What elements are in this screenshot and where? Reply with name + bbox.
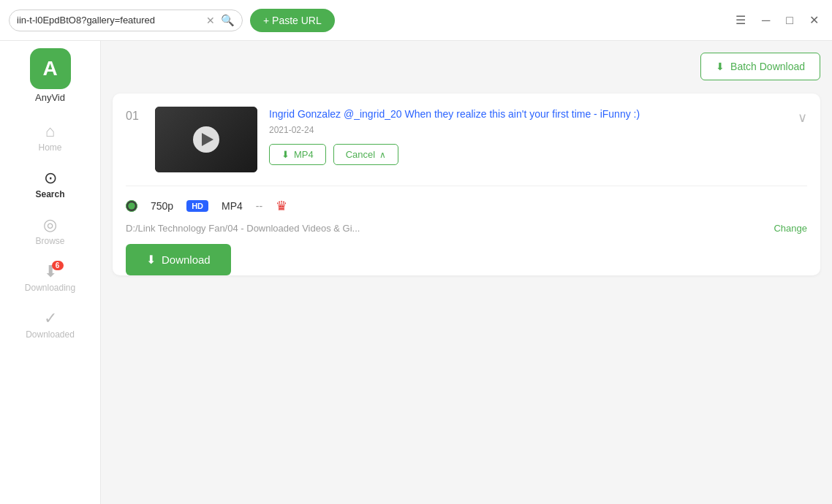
download-path: D:/Link Technology Fan/04 - Downloaded V… (126, 223, 766, 234)
sidebar-label-downloading: Downloading (25, 283, 75, 293)
download-small-icon: ⬇ (281, 149, 290, 160)
main-content: ⬇ Batch Download 01 Ingrid Gonzalez @_in… (101, 41, 832, 504)
menu-button[interactable]: ☰ (731, 10, 750, 30)
expand-icon[interactable]: ∨ (798, 107, 807, 126)
video-actions: ⬇ MP4 Cancel ∧ (269, 144, 786, 165)
sidebar-label-browse: Browse (35, 236, 64, 246)
download-button[interactable]: ⬇ Download (126, 244, 231, 275)
logo-letter: A (42, 57, 57, 80)
search-icon: 🔍 (221, 14, 235, 27)
path-row: D:/Link Technology Fan/04 - Downloaded V… (126, 223, 807, 234)
batch-download-icon: ⬇ (716, 61, 725, 72)
maximize-button[interactable]: □ (782, 11, 798, 30)
duration-label: -- (256, 200, 262, 212)
crown-icon: ♛ (276, 198, 287, 214)
minimize-button[interactable]: ─ (757, 11, 774, 30)
format-label: MP4 (222, 200, 243, 212)
sidebar-item-downloaded[interactable]: ✓ Downloaded (0, 303, 100, 347)
video-thumbnail[interactable] (155, 107, 257, 172)
url-clear-button[interactable]: ✕ (205, 15, 216, 26)
sidebar-item-home[interactable]: ⌂ Home (0, 116, 100, 160)
paste-url-button[interactable]: + Paste URL (250, 9, 335, 32)
url-input-wrap: ✕ 🔍 (9, 9, 243, 31)
title-bar: ✕ 🔍 + Paste URL ☰ ─ □ ✕ (0, 0, 832, 41)
hd-badge: HD (186, 200, 208, 212)
url-input[interactable] (17, 15, 200, 26)
search-nav-icon: ⊙ (44, 170, 57, 186)
browse-icon: ◎ (43, 217, 57, 233)
chevron-up-icon: ∧ (379, 150, 386, 160)
sidebar-label-search: Search (35, 189, 64, 199)
sidebar-label-downloaded: Downloaded (26, 329, 75, 340)
sidebar-label-home: Home (38, 142, 61, 153)
downloading-badge: 6 (52, 261, 64, 270)
sidebar-item-search[interactable]: ⊙ Search (0, 163, 100, 207)
app-body: A AnyVid ⌂ Home ⊙ Search ◎ Browse 6 ⬇ Do… (0, 41, 832, 504)
video-title[interactable]: Ingrid Gonzalez @_ingrid_20 When they re… (269, 107, 786, 122)
close-button[interactable]: ✕ (805, 10, 823, 30)
cancel-label: Cancel (346, 149, 375, 160)
video-info: Ingrid Gonzalez @_ingrid_20 When they re… (269, 107, 786, 165)
app-logo: A (30, 48, 71, 89)
options-row: 750p HD MP4 -- ♛ (126, 198, 807, 214)
cancel-button[interactable]: Cancel ∧ (333, 144, 398, 165)
home-icon: ⌂ (45, 123, 55, 140)
sidebar-item-downloading[interactable]: 6 ⬇ Downloading (0, 256, 100, 300)
mp4-label: MP4 (294, 149, 314, 160)
video-date: 2021-02-24 (269, 125, 786, 135)
quality-label: 750p (151, 200, 173, 212)
video-header: 01 Ingrid Gonzalez @_ingrid_20 When they… (126, 107, 807, 183)
download-options: 750p HD MP4 -- ♛ D:/Link Technology Fan/… (126, 186, 807, 275)
sidebar-item-browse[interactable]: ◎ Browse (0, 210, 100, 253)
window-controls: ☰ ─ □ ✕ (731, 10, 823, 30)
app-name: AnyVid (35, 92, 65, 103)
downloaded-icon: ✓ (44, 310, 57, 327)
batch-download-button[interactable]: ⬇ Batch Download (700, 53, 820, 80)
batch-download-label: Batch Download (730, 61, 805, 72)
quality-radio[interactable] (126, 200, 137, 212)
paste-url-label: + Paste URL (263, 15, 322, 26)
mp4-button[interactable]: ⬇ MP4 (269, 144, 326, 165)
sidebar: A AnyVid ⌂ Home ⊙ Search ◎ Browse 6 ⬇ Do… (0, 41, 101, 504)
video-number: 01 (126, 107, 143, 123)
play-button[interactable] (193, 126, 219, 153)
sidebar-nav: ⌂ Home ⊙ Search ◎ Browse 6 ⬇ Downloading… (0, 116, 100, 347)
play-triangle-icon (202, 133, 213, 146)
video-card: 01 Ingrid Gonzalez @_ingrid_20 When they… (113, 93, 820, 275)
download-btn-label: Download (162, 253, 211, 266)
download-btn-icon: ⬇ (146, 253, 156, 267)
change-path-link[interactable]: Change (774, 223, 807, 234)
